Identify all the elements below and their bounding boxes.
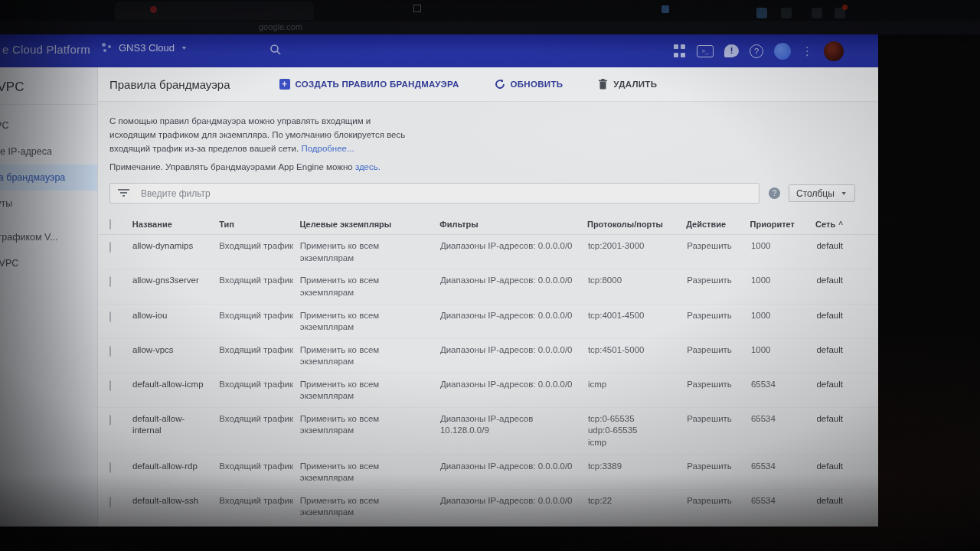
rule-filters: Диапазоны IP-адресов: 0.0.0.0/0: [440, 339, 588, 361]
delete-button[interactable]: УДАЛИТЬ: [598, 79, 657, 90]
header-filters[interactable]: Фильтры: [439, 216, 587, 233]
rule-network[interactable]: default: [816, 373, 878, 396]
table-row[interactable]: allow-dynamips Входящий трафик Применить…: [98, 235, 878, 269]
apps-grid-icon[interactable]: [672, 44, 686, 58]
page-title: Правила брандмауэра: [109, 78, 230, 91]
rule-network[interactable]: default: [816, 339, 878, 361]
browser-address-bar[interactable]: google.com: [0, 21, 980, 34]
rule-protocols: tcp:4501-5000: [588, 339, 687, 361]
firewall-rules-table: Название Тип Целевые экземпляры Фильтры …: [98, 214, 878, 523]
note-text: Примечание. Управлять брандмауэрами App …: [109, 162, 353, 171]
vpc-sidebar: Сеть VPC Сети VPC Внешние IP-адреса Прав…: [0, 67, 98, 527]
header-action[interactable]: Действие: [686, 216, 750, 233]
new-tab-icon[interactable]: [413, 5, 421, 12]
row-checkbox[interactable]: [109, 462, 111, 473]
table-row[interactable]: default-allow-icmp Входящий трафик Приме…: [98, 373, 878, 408]
rule-type: Входящий трафик: [219, 490, 299, 512]
rule-priority: 1000: [751, 269, 817, 292]
row-checkbox[interactable]: [109, 415, 111, 425]
header-name[interactable]: Название: [132, 216, 219, 233]
search-icon[interactable]: [270, 44, 282, 59]
rule-network[interactable]: default: [816, 269, 878, 292]
rule-protocols: tcp:0-65535 udp:0-65535 icmp: [588, 408, 687, 454]
rule-action: Разрешить: [687, 490, 751, 512]
row-checkbox[interactable]: [109, 276, 111, 287]
row-checkbox[interactable]: [109, 380, 111, 391]
refresh-icon: [495, 79, 505, 90]
rule-action: Разрешить: [687, 235, 751, 257]
rule-targets: Применить ко всем экземплярам: [300, 269, 440, 303]
columns-button[interactable]: Столбцы ▼: [789, 184, 855, 202]
tab-favicon: [150, 6, 157, 13]
table-row[interactable]: allow-vpcs Входящий трафик Применить ко …: [98, 339, 878, 373]
table-row[interactable]: default-allow-ssh Входящий трафик Примен…: [98, 490, 878, 524]
notifications-icon[interactable]: [774, 43, 791, 60]
header-targets[interactable]: Целевые экземпляры: [299, 216, 439, 233]
cloud-shell-icon[interactable]: >_: [697, 45, 714, 57]
sidebar-item-external-ip[interactable]: Внешние IP-адреса: [0, 139, 98, 165]
refresh-button[interactable]: ОБНОВИТЬ: [495, 79, 564, 90]
gcp-logo-text[interactable]: e Cloud Platform: [2, 43, 90, 56]
rule-name[interactable]: default-allow-rdp: [132, 455, 219, 478]
rule-type: Входящий трафик: [219, 269, 299, 292]
table-row[interactable]: allow-gns3server Входящий трафик Примени…: [98, 269, 878, 304]
header-type[interactable]: Тип: [219, 216, 299, 233]
rule-name[interactable]: default-allow-ssh: [132, 490, 219, 512]
sidebar-item-vpc-networks[interactable]: Сети VPC: [0, 112, 98, 139]
sidebar-item-shared-vpc[interactable]: Общий VPC: [0, 250, 98, 276]
more-vert-icon[interactable]: ⋮: [802, 45, 813, 57]
row-checkbox[interactable]: [109, 242, 111, 253]
gcp-appbar: e Cloud Platform GNS3 Cloud ▼ >_ ! ? ⋮: [0, 34, 878, 67]
project-selector[interactable]: GNS3 Cloud ▼: [102, 42, 188, 54]
select-all-checkbox[interactable]: [109, 219, 111, 230]
filter-row: ? Столбцы ▼: [109, 183, 878, 204]
avatar[interactable]: [824, 41, 844, 61]
filter-list-icon: [118, 187, 129, 201]
learn-more-link[interactable]: Подробнее...: [301, 144, 354, 153]
rule-network[interactable]: default: [816, 235, 878, 257]
extension-icon[interactable]: [835, 8, 845, 18]
help-icon[interactable]: ?: [750, 44, 763, 58]
rule-name[interactable]: default-allow-icmp: [132, 373, 219, 396]
rule-name[interactable]: default-allow-internal: [132, 408, 219, 442]
extension-icon[interactable]: [756, 8, 767, 18]
feedback-icon[interactable]: !: [724, 44, 739, 57]
sidebar-item-routes[interactable]: Маршруты: [0, 191, 98, 217]
rule-priority: 65534: [751, 490, 817, 512]
rule-network[interactable]: default: [816, 455, 878, 478]
table-row[interactable]: default-allow-rdp Входящий трафик Примен…: [98, 455, 878, 490]
project-icon: [102, 43, 113, 54]
header-network[interactable]: Сеть^: [815, 216, 878, 233]
filter-box[interactable]: [109, 183, 760, 204]
header-priority[interactable]: Приоритет: [750, 216, 815, 233]
header-protocols[interactable]: Протоколы/порты: [587, 216, 686, 233]
table-row[interactable]: default-allow-internal Входящий трафик П…: [98, 408, 878, 455]
extension-icon[interactable]: [781, 8, 792, 18]
sidebar-item-firewall-rules[interactable]: Правила брандмауэра: [0, 165, 98, 191]
table-row[interactable]: allow-iou Входящий трафик Применить ко в…: [98, 305, 878, 339]
header-network-label: Сеть: [815, 220, 835, 229]
rule-name[interactable]: allow-gns3server: [132, 269, 219, 292]
rule-filters: Диапазоны IP-адресов: 0.0.0.0/0: [440, 305, 588, 327]
rule-network[interactable]: default: [816, 408, 878, 430]
extension-icon[interactable]: [812, 8, 822, 18]
rule-name[interactable]: allow-dynamips: [132, 235, 219, 257]
notification-badge: [842, 5, 848, 10]
filter-input[interactable]: [139, 187, 709, 200]
filter-help-icon[interactable]: ?: [769, 187, 780, 199]
address-url[interactable]: google.com: [259, 22, 302, 31]
sidebar-item-vpc-peering[interactable]: Обмен трафиком V...: [0, 224, 98, 250]
rule-targets: Применить ко всем экземплярам: [300, 373, 440, 407]
row-checkbox[interactable]: [109, 311, 111, 322]
rule-network[interactable]: default: [816, 490, 878, 512]
rule-name[interactable]: allow-iou: [132, 305, 219, 327]
rule-name[interactable]: allow-vpcs: [132, 339, 219, 361]
note-here-link[interactable]: здесь.: [355, 162, 381, 171]
row-checkbox[interactable]: [109, 497, 111, 507]
rule-network[interactable]: default: [816, 305, 878, 327]
browser-tab[interactable]: [115, 2, 314, 20]
row-checkbox[interactable]: [109, 346, 111, 357]
firewall-rules-page: Правила брандмауэра + СОЗДАТЬ ПРАВИЛО БР…: [98, 67, 878, 527]
rule-priority: 1000: [751, 235, 817, 257]
create-firewall-rule-button[interactable]: + СОЗДАТЬ ПРАВИЛО БРАНДМАУЭРА: [279, 79, 459, 90]
